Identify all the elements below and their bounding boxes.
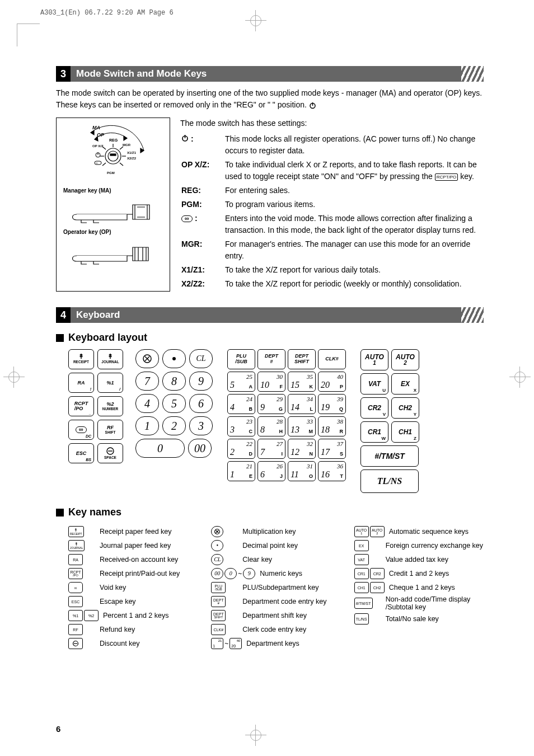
- page-number: 6: [56, 724, 60, 734]
- numpad-key: 2: [162, 416, 186, 435]
- function-key: ESCBS: [68, 443, 94, 463]
- key-icon-group: %1%2: [68, 610, 99, 621]
- key-icon-group: RA: [68, 554, 95, 565]
- numpad-key: 0: [135, 439, 185, 458]
- dept-key: 211E: [227, 461, 255, 481]
- key-name-row: ESCEscape key: [68, 595, 198, 608]
- mode-dial-diagram: MA OP REG MGR X1/Z1 X2/Z2 OP X/Z PGM ∞ M…: [56, 118, 170, 292]
- dept-key: 3212N: [288, 439, 316, 459]
- key-name-label: Void key: [100, 584, 198, 591]
- key-name-label: PLU/Subdepartment key: [242, 584, 340, 591]
- key-name-label: Department shift key: [242, 612, 340, 619]
- key-names-col-2: Multiplication key•Decimal point keyCLCl…: [211, 524, 340, 651]
- key-icon-group: AUTO1AUTO2: [354, 526, 385, 537]
- key-name-label: Journal paper feed key: [100, 542, 198, 550]
- key-icon-group: 211~4020: [211, 638, 242, 649]
- dept-header-key: PLU/SUB: [227, 349, 255, 369]
- dept-grid: PLU/SUBDEPT#DEPTSHIFTCLK#255A3010F3515K4…: [227, 349, 346, 481]
- key-name-row: •Decimal point key: [211, 539, 340, 552]
- svg-text:X1/Z1: X1/Z1: [127, 151, 137, 154]
- mode-settings-list: The mode switch has these settings: :Thi…: [180, 118, 484, 292]
- key-name-row: %1%2Percent 1 and 2 keys: [68, 609, 198, 622]
- page: A303_1(En) 06.7.22 9:20 AM Page 6 3 Mode…: [0, 0, 534, 756]
- function-key: SPACE: [97, 443, 123, 463]
- key-name-label: Department code entry key: [242, 598, 340, 605]
- function-key: RCPT/PO_: [68, 396, 94, 416]
- transaction-key: EXX: [391, 373, 419, 395]
- function-key: DC: [68, 420, 94, 440]
- dept-key: 3313M: [288, 416, 316, 436]
- key-name-row: ↟JOURNALJournal paper feed key: [68, 539, 198, 552]
- key-name-label: Received-on account key: [100, 556, 198, 564]
- numpad-key: 4: [135, 394, 159, 413]
- function-key: %1/: [97, 373, 123, 393]
- key-name-row: #/TM/STNon-add code/Time display /Subtot…: [354, 595, 484, 611]
- dept-key: 3717S: [318, 439, 346, 459]
- manager-key-label: Manager key (MA): [63, 187, 166, 194]
- dept-key: 255A: [227, 372, 255, 392]
- numpad-key: 9: [189, 372, 213, 391]
- dept-key: 233C: [227, 416, 255, 436]
- bullet-square: [56, 509, 64, 516]
- key-name-label: Decimal point key: [242, 542, 340, 550]
- key-name-label: Numeric keys: [260, 570, 340, 577]
- function-key: ↟JOURNAL: [97, 349, 123, 369]
- operator-key-label: Operator key (OP): [63, 229, 166, 235]
- section-4-title: Keyboard: [71, 307, 484, 323]
- key-icon-group: VAT: [354, 554, 381, 565]
- key-name-row: ∞Void key: [68, 581, 198, 594]
- dept-key: 277I: [257, 439, 285, 459]
- numpad: CL789456123000: [135, 349, 213, 458]
- dept-header-key: DEPTSHIFT: [288, 349, 316, 369]
- key-icon-group: [211, 526, 238, 537]
- registration-mark-bottom: [245, 725, 266, 746]
- function-key: ↟RECEIPT: [68, 349, 94, 369]
- key-icon-group: ↟RECEIPT: [68, 526, 95, 537]
- key-name-label: Clerk code entry key: [242, 626, 340, 633]
- key-icon-group: ↟JOURNAL: [68, 540, 95, 551]
- key-icon-group: ESC: [68, 596, 95, 607]
- key-icon-group: CLK#: [211, 624, 238, 635]
- key-name-row: PLU/SUBPLU/Subdepartment key: [211, 581, 340, 594]
- key-name-row: RFRefund key: [68, 623, 198, 636]
- key-name-row: 211~4020Department keys: [211, 637, 340, 650]
- transaction-key: CH2Y: [391, 397, 419, 419]
- key-name-label: Receipt print/Paid-out key: [100, 570, 198, 577]
- dept-key: 266J: [257, 461, 285, 481]
- registration-mark-left: [3, 367, 25, 388]
- numpad-key: CL: [189, 349, 213, 368]
- svg-point-35: [172, 357, 176, 360]
- key-name-row: CLK#Clerk code entry key: [211, 623, 340, 636]
- transaction-key: #/TM/ST: [360, 445, 419, 467]
- svg-text:∞: ∞: [96, 161, 98, 165]
- numpad-key: 7: [135, 372, 159, 391]
- section-3-intro: The mode switch can be operated by inser…: [56, 87, 484, 111]
- key-icon-group: PLU/SUB: [211, 582, 238, 593]
- key-name-label: Percent 1 and 2 keys: [103, 612, 198, 619]
- key-name-label: Clear key: [242, 556, 340, 564]
- section-3-intro-text: The mode switch can be operated by inser…: [56, 88, 482, 109]
- transaction-key: CH1Z: [391, 421, 419, 443]
- dept-key: 3010F: [257, 372, 285, 392]
- key-icon-group: CH1CH2: [354, 582, 385, 593]
- section-3-number: 3: [56, 66, 71, 82]
- left-key-column: ↟RECEIPT↟JOURNALRA!%1/RCPT/PO_%2NUMBERDC…: [68, 349, 123, 463]
- key-names-title: Key names: [68, 506, 121, 518]
- numpad-key: 00: [188, 439, 212, 458]
- key-icon-group: RCPT/PO: [68, 568, 95, 579]
- dept-key: 3414L: [288, 394, 316, 414]
- svg-text:PGM: PGM: [107, 171, 115, 175]
- svg-text:OP X/Z: OP X/Z: [92, 144, 104, 148]
- key-name-row: Discount key: [68, 637, 198, 650]
- numpad-key: 1: [135, 416, 159, 435]
- key-name-row: RAReceived-on account key: [68, 553, 198, 566]
- section-4-heading: 4 Keyboard: [56, 307, 484, 323]
- dept-header-key: CLK#: [318, 349, 346, 369]
- svg-text:REG: REG: [109, 138, 118, 142]
- key-name-row: RCPT/POReceipt print/Paid-out key: [68, 567, 198, 580]
- dept-key: 3919Q: [318, 394, 346, 414]
- svg-text:OP: OP: [97, 132, 105, 138]
- section-3-heading: 3 Mode Switch and Mode Keys: [56, 66, 484, 82]
- power-icon: [309, 102, 316, 109]
- key-name-label: Total/No sale key: [386, 615, 484, 623]
